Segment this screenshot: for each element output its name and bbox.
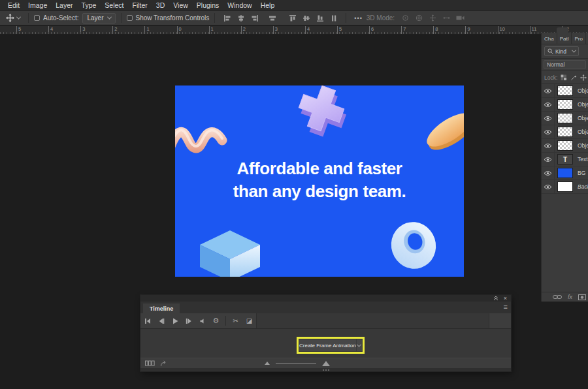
layer-visibility-toggle[interactable] (542, 139, 555, 152)
timeline-tab[interactable]: Timeline (143, 303, 180, 313)
auto-select-checkbox[interactable] (34, 15, 40, 21)
chevron-down-icon (106, 15, 111, 20)
mute-audio-button[interactable] (195, 315, 209, 328)
menu-item[interactable]: View (171, 1, 194, 9)
move-tool-button[interactable] (3, 14, 23, 22)
distribute-horizontal-button[interactable] (265, 12, 279, 24)
layer-visibility-toggle[interactable] (542, 112, 555, 125)
play-button[interactable] (168, 315, 182, 328)
menu-item[interactable]: Plugins (194, 1, 225, 9)
lock-position-icon[interactable] (580, 74, 587, 81)
align-bottom-edges-button[interactable] (313, 12, 327, 24)
frames-view-icon[interactable] (145, 360, 155, 366)
layer-visibility-toggle[interactable] (542, 98, 555, 111)
panel-resize-grip[interactable] (140, 368, 511, 371)
chevron-down-icon (572, 48, 576, 53)
3d-slide-button[interactable] (440, 12, 453, 24)
align-top-edges-button[interactable] (286, 12, 299, 24)
panel-dock-grip[interactable] (557, 27, 568, 33)
ruler-label: 1 (144, 26, 149, 35)
menu-item[interactable]: Edit (5, 1, 25, 9)
layer-row[interactable]: BG (542, 166, 588, 180)
3d-pan-button[interactable] (426, 12, 440, 24)
first-frame-button[interactable] (140, 315, 154, 328)
panel-tab-strip: ChaPatlProCha (542, 33, 588, 44)
panel-menu-icon[interactable]: ≡ (504, 303, 508, 311)
timeline-zoom-slider[interactable] (265, 361, 330, 366)
ruler-label: 8 (433, 26, 438, 35)
layer-visibility-toggle[interactable] (542, 153, 555, 166)
layer-row[interactable]: Object (542, 84, 588, 98)
separator (225, 316, 226, 326)
ruler-label: 6 (369, 26, 374, 35)
horizontal-ruler[interactable]: 543210123456789101112 (0, 26, 588, 35)
zoom-slider-track[interactable] (276, 363, 316, 364)
close-icon[interactable]: × (504, 296, 507, 301)
layer-visibility-toggle[interactable] (542, 125, 555, 138)
panel-tab[interactable]: Patl (557, 33, 572, 44)
layer-row[interactable]: Object (542, 98, 588, 112)
timeline-panel: × Timeline ≡ ⚙ ✂ ◪ Create Frame Animatio… (140, 295, 511, 371)
layer-name: BG (578, 170, 585, 176)
previous-frame-button[interactable] (154, 315, 168, 328)
menu-item[interactable]: Help (258, 1, 281, 9)
layer-row[interactable]: Object (542, 125, 588, 139)
layer-thumbnail: T (557, 154, 573, 164)
show-transform-checkbox[interactable] (127, 15, 133, 21)
canvas-artboard[interactable]: Affordable and faster than any design te… (175, 86, 464, 277)
next-frame-button[interactable] (182, 315, 195, 328)
menu-item[interactable]: Select (102, 1, 129, 9)
headline-line-1: Affordable and faster (175, 157, 464, 180)
render-settings-button[interactable]: ⚙ (209, 315, 223, 328)
split-at-playhead-button[interactable]: ✂ (229, 315, 242, 328)
3d-roll-button[interactable] (412, 12, 426, 24)
lock-pixels-brush-icon[interactable] (570, 74, 577, 81)
transitions-button[interactable]: ◪ (242, 315, 256, 328)
menu-item[interactable]: 3D (154, 1, 171, 9)
align-left-edges-button[interactable] (220, 12, 234, 24)
more-options-button[interactable]: ••• (354, 15, 362, 22)
menu-item[interactable]: Type (79, 1, 103, 9)
layer-thumbnail (557, 168, 573, 178)
3d-orbit-button[interactable] (399, 12, 412, 24)
menu-item[interactable]: Layer (53, 1, 78, 9)
layer-filter-kind-dropdown[interactable]: Kind (544, 46, 579, 56)
collapse-panel-icon[interactable] (493, 296, 499, 301)
layer-visibility-toggle[interactable] (542, 166, 555, 179)
ruler-label: 3 (273, 26, 278, 35)
panel-tab[interactable]: Pro (572, 33, 585, 44)
distribute-vertical-button[interactable] (327, 12, 340, 24)
zoom-in-mountain-icon[interactable] (322, 361, 330, 366)
link-layers-icon[interactable] (553, 294, 562, 300)
lock-transparency-icon[interactable] (561, 74, 567, 81)
layer-visibility-toggle[interactable] (542, 84, 555, 97)
eye-icon (544, 184, 552, 190)
layer-mask-icon[interactable] (578, 294, 586, 300)
menu-item[interactable]: Filter (130, 1, 154, 9)
layer-row[interactable]: T Text (542, 153, 588, 166)
blend-mode-dropdown[interactable]: Normal (544, 60, 586, 69)
align-horizontal-centers-button[interactable] (234, 12, 248, 24)
layer-row[interactable]: Object (542, 112, 588, 125)
create-frame-animation-button[interactable]: Create Frame Animation (299, 339, 362, 351)
panel-tab[interactable]: Cha (542, 33, 557, 44)
align-right-edges-button[interactable] (248, 12, 261, 24)
menu-item[interactable]: Window (225, 1, 257, 9)
layer-style-fx-button[interactable]: fx (568, 294, 572, 300)
ruler-label: 1 (209, 26, 214, 35)
timeline-track-area[interactable] (256, 313, 489, 328)
shortcut-arrow-icon[interactable] (160, 360, 167, 367)
show-transform-label: Show Transform Controls (136, 14, 210, 22)
timeline-tab-strip: Timeline ≡ (140, 302, 511, 313)
layer-visibility-toggle[interactable] (542, 180, 555, 193)
menu-item[interactable]: Image (25, 1, 53, 9)
layer-name: Object (578, 101, 588, 108)
create-animation-dropdown[interactable] (356, 339, 362, 351)
zoom-out-mountain-icon[interactable] (265, 362, 270, 365)
timeline-header-bar[interactable]: × (140, 295, 511, 302)
3d-zoom-camera-button[interactable] (453, 12, 467, 24)
layer-row[interactable]: Object (542, 139, 588, 153)
align-vertical-centers-button[interactable] (299, 12, 313, 24)
auto-select-scope-dropdown[interactable]: Layer (82, 13, 115, 23)
layer-row[interactable]: Background (542, 180, 588, 194)
